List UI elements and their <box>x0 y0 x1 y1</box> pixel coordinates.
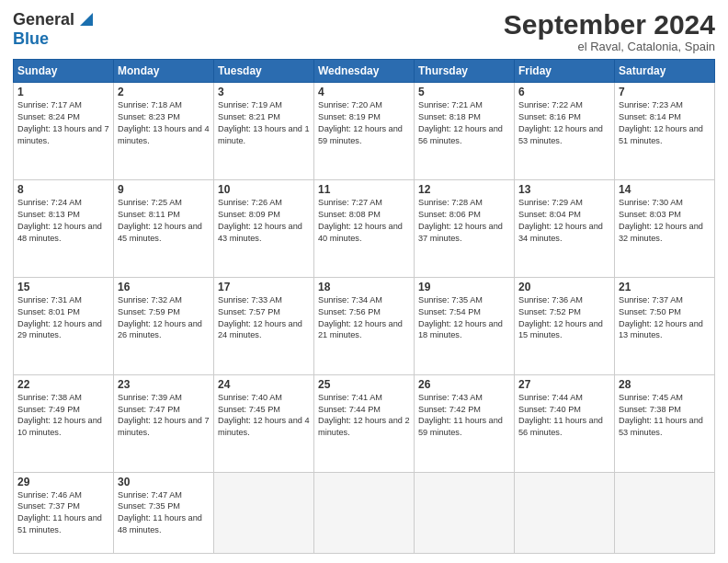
day-number: 11 <box>318 183 410 196</box>
col-saturday: Saturday <box>615 60 715 83</box>
table-cell: 10 Sunrise: 7:26 AMSunset: 8:09 PMDaylig… <box>214 179 314 277</box>
logo-general: General <box>13 10 74 29</box>
day-info: Sunrise: 7:20 AMSunset: 8:19 PMDaylight:… <box>318 99 410 147</box>
calendar-header-row: Sunday Monday Tuesday Wednesday Thursday… <box>14 60 715 83</box>
day-info: Sunrise: 7:43 AMSunset: 7:42 PMDaylight:… <box>418 392 510 440</box>
day-number: 29 <box>17 476 109 488</box>
table-cell: 24 Sunrise: 7:40 AMSunset: 7:45 PMDaylig… <box>214 374 314 472</box>
day-number: 4 <box>318 86 410 98</box>
day-number: 19 <box>418 281 510 293</box>
table-cell: 12 Sunrise: 7:28 AMSunset: 8:06 PMDaylig… <box>415 179 515 277</box>
table-cell: 9 Sunrise: 7:25 AMSunset: 8:11 PMDayligh… <box>114 179 214 277</box>
day-number: 2 <box>118 86 210 98</box>
table-cell: 13 Sunrise: 7:29 AMSunset: 8:04 PMDaylig… <box>515 179 615 277</box>
day-info: Sunrise: 7:19 AMSunset: 8:21 PMDaylight:… <box>218 99 310 147</box>
col-thursday: Thursday <box>415 60 515 83</box>
day-info: Sunrise: 7:28 AMSunset: 8:06 PMDaylight:… <box>418 197 510 245</box>
location-subtitle: el Raval, Catalonia, Spain <box>504 40 715 53</box>
day-info: Sunrise: 7:29 AMSunset: 8:04 PMDaylight:… <box>518 197 610 245</box>
day-number: 25 <box>318 378 410 391</box>
day-info: Sunrise: 7:37 AMSunset: 7:50 PMDaylight:… <box>619 294 711 342</box>
day-info: Sunrise: 7:31 AMSunset: 8:01 PMDaylight:… <box>17 294 109 342</box>
day-number: 24 <box>218 378 310 391</box>
table-cell: 28 Sunrise: 7:45 AMSunset: 7:38 PMDaylig… <box>615 374 715 472</box>
day-number: 3 <box>218 86 310 98</box>
table-cell: 30 Sunrise: 7:47 AMSunset: 7:35 PMDaylig… <box>114 472 214 554</box>
month-title: September 2024 <box>504 9 715 40</box>
day-number: 15 <box>17 281 109 293</box>
table-cell: 15 Sunrise: 7:31 AMSunset: 8:01 PMDaylig… <box>14 277 114 374</box>
day-info: Sunrise: 7:33 AMSunset: 7:57 PMDaylight:… <box>218 294 310 342</box>
day-info: Sunrise: 7:45 AMSunset: 7:38 PMDaylight:… <box>619 392 711 440</box>
table-cell <box>515 472 615 554</box>
day-info: Sunrise: 7:17 AMSunset: 8:24 PMDaylight:… <box>17 99 109 147</box>
table-cell: 14 Sunrise: 7:30 AMSunset: 8:03 PMDaylig… <box>615 179 715 277</box>
table-cell: 4 Sunrise: 7:20 AMSunset: 8:19 PMDayligh… <box>314 83 415 180</box>
day-info: Sunrise: 7:44 AMSunset: 7:40 PMDaylight:… <box>518 392 610 440</box>
table-cell <box>415 472 515 554</box>
col-friday: Friday <box>515 60 615 83</box>
day-info: Sunrise: 7:46 AMSunset: 7:37 PMDaylight:… <box>17 489 109 537</box>
table-cell: 19 Sunrise: 7:35 AMSunset: 7:54 PMDaylig… <box>415 277 515 374</box>
page: General Blue September 2024 el Raval, Ca… <box>0 0 728 563</box>
table-cell: 25 Sunrise: 7:41 AMSunset: 7:44 PMDaylig… <box>314 374 415 472</box>
logo-triangle-icon <box>76 9 97 29</box>
day-info: Sunrise: 7:32 AMSunset: 7:59 PMDaylight:… <box>118 294 210 342</box>
day-number: 21 <box>619 281 711 293</box>
calendar-row: 8 Sunrise: 7:24 AMSunset: 8:13 PMDayligh… <box>14 179 715 277</box>
table-cell: 21 Sunrise: 7:37 AMSunset: 7:50 PMDaylig… <box>615 277 715 374</box>
table-cell <box>314 472 415 554</box>
logo: General Blue <box>13 9 97 49</box>
day-info: Sunrise: 7:21 AMSunset: 8:18 PMDaylight:… <box>418 99 510 147</box>
day-number: 14 <box>619 183 711 196</box>
day-info: Sunrise: 7:26 AMSunset: 8:09 PMDaylight:… <box>218 197 310 245</box>
table-cell <box>214 472 314 554</box>
col-sunday: Sunday <box>14 60 114 83</box>
table-cell: 18 Sunrise: 7:34 AMSunset: 7:56 PMDaylig… <box>314 277 415 374</box>
table-cell: 7 Sunrise: 7:23 AMSunset: 8:14 PMDayligh… <box>615 83 715 180</box>
day-number: 5 <box>418 86 510 98</box>
day-info: Sunrise: 7:24 AMSunset: 8:13 PMDaylight:… <box>17 197 109 245</box>
day-info: Sunrise: 7:47 AMSunset: 7:35 PMDaylight:… <box>118 489 210 537</box>
calendar-row: 29 Sunrise: 7:46 AMSunset: 7:37 PMDaylig… <box>14 472 715 554</box>
day-info: Sunrise: 7:34 AMSunset: 7:56 PMDaylight:… <box>318 294 410 342</box>
logo-blue: Blue <box>13 29 97 49</box>
day-info: Sunrise: 7:30 AMSunset: 8:03 PMDaylight:… <box>619 197 711 245</box>
day-number: 9 <box>118 183 210 196</box>
day-info: Sunrise: 7:22 AMSunset: 8:16 PMDaylight:… <box>518 99 610 147</box>
table-cell: 2 Sunrise: 7:18 AMSunset: 8:23 PMDayligh… <box>114 83 214 180</box>
table-cell: 11 Sunrise: 7:27 AMSunset: 8:08 PMDaylig… <box>314 179 415 277</box>
calendar-table: Sunday Monday Tuesday Wednesday Thursday… <box>13 59 715 554</box>
day-info: Sunrise: 7:25 AMSunset: 8:11 PMDaylight:… <box>118 197 210 245</box>
day-number: 18 <box>318 281 410 293</box>
table-cell: 16 Sunrise: 7:32 AMSunset: 7:59 PMDaylig… <box>114 277 214 374</box>
calendar-row: 15 Sunrise: 7:31 AMSunset: 8:01 PMDaylig… <box>14 277 715 374</box>
header: General Blue September 2024 el Raval, Ca… <box>13 9 715 53</box>
table-cell: 6 Sunrise: 7:22 AMSunset: 8:16 PMDayligh… <box>515 83 615 180</box>
day-number: 16 <box>118 281 210 293</box>
day-number: 1 <box>17 86 109 98</box>
table-cell: 23 Sunrise: 7:39 AMSunset: 7:47 PMDaylig… <box>114 374 214 472</box>
table-cell <box>615 472 715 554</box>
day-number: 13 <box>518 183 610 196</box>
table-cell: 29 Sunrise: 7:46 AMSunset: 7:37 PMDaylig… <box>14 472 114 554</box>
logo-block: General Blue <box>13 9 97 49</box>
svg-marker-0 <box>80 13 93 26</box>
day-info: Sunrise: 7:35 AMSunset: 7:54 PMDaylight:… <box>418 294 510 342</box>
table-cell: 5 Sunrise: 7:21 AMSunset: 8:18 PMDayligh… <box>415 83 515 180</box>
day-info: Sunrise: 7:18 AMSunset: 8:23 PMDaylight:… <box>118 99 210 147</box>
table-cell: 20 Sunrise: 7:36 AMSunset: 7:52 PMDaylig… <box>515 277 615 374</box>
day-info: Sunrise: 7:40 AMSunset: 7:45 PMDaylight:… <box>218 392 310 440</box>
table-cell: 17 Sunrise: 7:33 AMSunset: 7:57 PMDaylig… <box>214 277 314 374</box>
table-cell: 3 Sunrise: 7:19 AMSunset: 8:21 PMDayligh… <box>214 83 314 180</box>
day-number: 22 <box>17 378 109 391</box>
day-number: 26 <box>418 378 510 391</box>
day-number: 30 <box>118 476 210 488</box>
day-number: 20 <box>518 281 610 293</box>
calendar-row: 1 Sunrise: 7:17 AMSunset: 8:24 PMDayligh… <box>14 83 715 180</box>
day-number: 27 <box>518 378 610 391</box>
day-number: 10 <box>218 183 310 196</box>
title-section: September 2024 el Raval, Catalonia, Spai… <box>504 9 715 53</box>
col-wednesday: Wednesday <box>314 60 415 83</box>
col-monday: Monday <box>114 60 214 83</box>
